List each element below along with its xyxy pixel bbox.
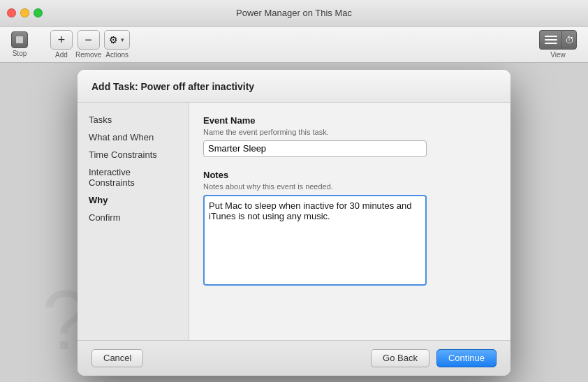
- sidebar-item-tasks[interactable]: Tasks: [78, 111, 189, 128]
- event-name-input[interactable]: [203, 140, 427, 157]
- sidebar-item-time-constraints[interactable]: Time Constraints: [78, 146, 189, 163]
- minimize-button[interactable]: [20, 8, 29, 17]
- actions-label: Actions: [105, 51, 128, 59]
- sidebar-nav: Tasks What and When Time Constraints Int…: [78, 103, 189, 340]
- actions-toolbar-item[interactable]: ⚙ ▼ Actions: [104, 30, 130, 59]
- dialog: Add Task: Power off after inactivity Tas…: [78, 70, 510, 376]
- sidebar-item-confirm[interactable]: Confirm: [78, 209, 189, 226]
- dialog-title: Add Task: Power off after inactivity: [91, 81, 254, 92]
- dialog-body: Tasks What and When Time Constraints Int…: [78, 103, 510, 340]
- stop-label: Stop: [13, 50, 27, 57]
- stop-icon: [16, 36, 23, 43]
- event-name-label: Event Name: [203, 115, 497, 126]
- event-name-section: Event Name Name the event performing thi…: [203, 115, 497, 157]
- line-icon: [545, 36, 557, 37]
- title-bar: Power Manager on This Mac: [0, 0, 588, 27]
- add-label: Add: [55, 51, 68, 59]
- notes-section: Notes Notes about why this event is need…: [203, 170, 497, 288]
- remove-label: Remove: [75, 51, 101, 59]
- sidebar-item-what-and-when[interactable]: What and When: [78, 128, 189, 146]
- main-area: ? Add Task: Power off after inactivity T…: [0, 63, 588, 382]
- dialog-header: Add Task: Power off after inactivity: [78, 70, 510, 103]
- line-icon: [545, 43, 557, 44]
- line-icon: [545, 39, 557, 41]
- window-title: Power Manager on This Mac: [236, 8, 352, 18]
- sidebar-item-why[interactable]: Why: [78, 191, 189, 209]
- actions-button[interactable]: ⚙ ▼: [104, 30, 130, 50]
- stop-button[interactable]: [11, 31, 28, 48]
- view-group: ⏱: [539, 30, 577, 50]
- add-button[interactable]: +: [50, 30, 73, 50]
- remove-button[interactable]: −: [78, 30, 100, 50]
- footer-right: Go Back Continue: [371, 349, 497, 367]
- gear-icon: ⚙: [109, 34, 118, 45]
- cancel-button[interactable]: Cancel: [91, 349, 143, 367]
- maximize-button[interactable]: [34, 8, 43, 17]
- view-label: View: [550, 51, 566, 59]
- gauge-view-button[interactable]: ⏱: [561, 30, 577, 50]
- list-view-button[interactable]: [539, 30, 561, 50]
- sidebar-item-interactive-constraints[interactable]: Interactive Constraints: [78, 163, 189, 191]
- add-toolbar-item[interactable]: + Add: [50, 30, 73, 59]
- stop-toolbar-item[interactable]: Stop: [11, 31, 28, 57]
- chevron-down-icon: ▼: [119, 37, 125, 43]
- dialog-footer: Cancel Go Back Continue: [78, 340, 510, 376]
- toolbar: Stop + Add − Remove ⚙ ▼ Actions ⏱ View: [0, 27, 588, 63]
- continue-button[interactable]: Continue: [436, 349, 497, 367]
- notes-label: Notes: [203, 170, 497, 180]
- event-name-desc: Name the event performing this task.: [203, 128, 497, 136]
- view-toolbar-item[interactable]: ⏱ View: [539, 30, 577, 59]
- content-area: Event Name Name the event performing thi…: [189, 103, 510, 340]
- notes-textarea[interactable]: Put Mac to sleep when inactive for 30 mi…: [203, 195, 427, 286]
- remove-toolbar-item[interactable]: − Remove: [75, 30, 101, 59]
- notes-desc: Notes about why this event is needed.: [203, 182, 497, 191]
- go-back-button[interactable]: Go Back: [371, 349, 429, 367]
- close-button[interactable]: [7, 8, 16, 17]
- traffic-lights: [7, 8, 43, 17]
- gauge-icon: ⏱: [565, 35, 574, 45]
